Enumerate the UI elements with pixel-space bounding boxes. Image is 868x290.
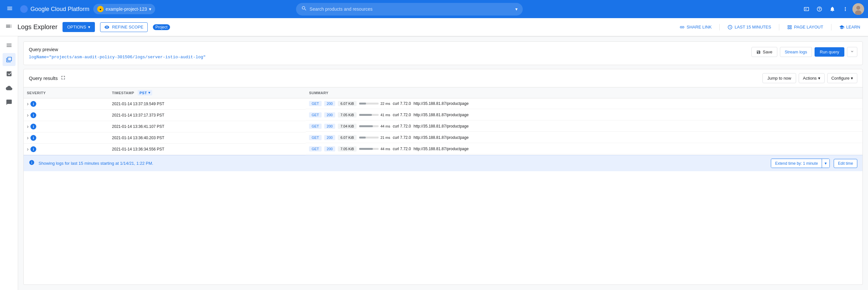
- learn-label: LEARN: [846, 25, 860, 29]
- query-code: logName="projects/asm-audit-policy-30150…: [29, 55, 206, 60]
- sidebar-item-metrics[interactable]: [3, 67, 16, 80]
- project-badge: Project: [153, 24, 170, 30]
- row-expand-icon[interactable]: ›: [27, 112, 29, 118]
- search-icon: [301, 5, 307, 13]
- options-chevron-icon: ▾: [88, 25, 90, 29]
- method-badge: GET: [309, 146, 321, 152]
- search-bar[interactable]: ▾: [296, 3, 523, 15]
- configure-dropdown-button[interactable]: Configure ▾: [827, 73, 857, 83]
- table-header-row: SEVERITY TIMESTAMP PST ▾ SUMMARY: [24, 87, 863, 98]
- sidebar-item-debug[interactable]: [3, 82, 16, 95]
- table-row: › i 2021-01-14 13:37:19.549 PST GET 200 …: [24, 98, 863, 110]
- size-badge: 7.04 KiB: [338, 124, 356, 129]
- results-expand-icon[interactable]: [60, 75, 66, 82]
- summary-header: SUMMARY: [306, 87, 863, 98]
- hamburger-menu[interactable]: [4, 3, 16, 16]
- duration-text: 41 ms: [380, 113, 390, 117]
- main-layout: Query preview logName="projects/asm-audi…: [0, 36, 868, 290]
- more-vert-icon[interactable]: [839, 3, 851, 15]
- summary-cell: GET 200 7.05 KiB 44 ms curl 7.72.0 http:…: [306, 144, 863, 154]
- query-results-title: Query results: [29, 75, 58, 81]
- options-button[interactable]: OPTIONS ▾: [63, 22, 95, 32]
- method-badge: GET: [309, 101, 321, 106]
- edit-time-button[interactable]: Edit time: [834, 159, 857, 168]
- agent-text: curl 7.72.0: [393, 124, 411, 128]
- save-button[interactable]: Save: [751, 47, 777, 57]
- table-row: › i 2021-01-14 13:37:17.373 PST GET 200 …: [24, 110, 863, 121]
- duration-fill: [359, 137, 366, 138]
- sidebar-item-logs[interactable]: [3, 39, 16, 52]
- project-dot-icon: ●: [97, 6, 104, 12]
- row-expand-icon[interactable]: ›: [27, 146, 29, 152]
- timezone-badge[interactable]: PST ▾: [138, 90, 152, 95]
- row-expand-icon[interactable]: ›: [27, 101, 29, 107]
- jump-to-now-button[interactable]: Jump to now: [763, 73, 796, 83]
- extend-time-arrow[interactable]: ▾: [822, 159, 830, 168]
- terminal-icon[interactable]: [801, 3, 812, 15]
- edit-label: Edit time: [838, 161, 853, 166]
- query-results-panel: Query results Jump to now Actions ▾: [23, 69, 863, 285]
- sidebar-item-explorer[interactable]: [3, 53, 16, 66]
- extend-time-button[interactable]: Extend time by: 1 minute ▾: [771, 159, 830, 168]
- options-label: OPTIONS: [67, 25, 86, 29]
- expand-button[interactable]: [847, 47, 857, 57]
- severity-info-icon: i: [30, 101, 36, 107]
- page-title: Logs Explorer: [18, 23, 57, 31]
- project-selector[interactable]: ● example-project-123 ▾: [93, 4, 155, 14]
- content-area: Query preview logName="projects/asm-audi…: [18, 36, 868, 290]
- actions-dropdown-button[interactable]: Actions ▾: [799, 73, 825, 83]
- share-link-label: SHARE LINK: [687, 25, 712, 29]
- refine-scope-label: REFINE SCOPE: [112, 25, 144, 29]
- severity-header: SEVERITY: [24, 87, 109, 98]
- duration-bar: 44 ms: [359, 124, 390, 128]
- learn-button[interactable]: LEARN: [837, 25, 863, 30]
- size-badge: 7.05 KiB: [338, 112, 356, 118]
- user-avatar[interactable]: [852, 3, 864, 15]
- timestamp-cell: 2021-01-14 13:37:19.549 PST: [109, 98, 306, 110]
- row-expand-icon[interactable]: ›: [27, 124, 29, 129]
- sidebar-item-notes[interactable]: [3, 96, 16, 109]
- page-layout-button[interactable]: PAGE LAYOUT: [784, 25, 826, 30]
- summary-cell: GET 200 7.04 KiB 44 ms curl 7.72.0 http:…: [306, 121, 863, 132]
- refine-scope-button[interactable]: REFINE SCOPE: [100, 22, 148, 32]
- table-row: › i 2021-01-14 13:36:34.556 PST GET 200 …: [24, 144, 863, 155]
- summary-cell: GET 200 6.07 KiB 21 ms curl 7.72.0 http:…: [306, 132, 863, 143]
- chevron-down-icon: ▾: [149, 6, 151, 12]
- duration-fill: [359, 125, 373, 127]
- row-expand-icon[interactable]: ›: [27, 135, 29, 141]
- run-query-button[interactable]: Run query: [814, 47, 844, 57]
- query-preview-panel: Query preview logName="projects/asm-audi…: [23, 41, 863, 65]
- duration-text: 21 ms: [380, 136, 390, 139]
- duration-bg: [359, 148, 379, 150]
- duration-bg: [359, 103, 379, 104]
- timestamp-cell: 2021-01-14 13:36:34.556 PST: [109, 144, 306, 155]
- save-label: Save: [763, 50, 772, 54]
- brand-logo: Google Cloud Platform: [20, 4, 89, 13]
- extend-time-main[interactable]: Extend time by: 1 minute: [771, 159, 822, 168]
- query-actions: Save Stream logs Run query: [751, 47, 857, 57]
- url-text: http://35.188.81.87/productpage: [413, 101, 469, 106]
- stream-logs-button[interactable]: Stream logs: [780, 47, 812, 57]
- size-badge: 6.07 KiB: [338, 135, 356, 140]
- notifications-icon[interactable]: [827, 3, 838, 15]
- help-icon[interactable]: [814, 3, 825, 15]
- search-input[interactable]: [310, 6, 513, 12]
- agent-text: curl 7.72.0: [393, 135, 411, 140]
- duration-fill: [359, 114, 372, 116]
- results-actions: Jump to now Actions ▾ Configure ▾: [763, 73, 857, 83]
- duration-text: 44 ms: [380, 124, 390, 128]
- last-15-label: LAST 15 MINUTES: [735, 25, 771, 29]
- size-badge: 6.07 KiB: [338, 101, 356, 106]
- actions-chevron-icon: ▾: [818, 76, 820, 80]
- duration-text: 22 ms: [380, 102, 390, 105]
- last-15-button[interactable]: LAST 15 MINUTES: [725, 25, 773, 30]
- status-bar: Showing logs for last 15 minutes startin…: [24, 155, 863, 171]
- duration-bg: [359, 137, 379, 138]
- page-layout-label: PAGE LAYOUT: [794, 25, 823, 29]
- duration-bar: 22 ms: [359, 102, 390, 105]
- configure-chevron-icon: ▾: [851, 76, 853, 80]
- sidebar-toggle-icon[interactable]: [5, 23, 12, 31]
- tz-chevron-icon: ▾: [148, 91, 151, 95]
- left-sidebar: [0, 36, 18, 290]
- share-link-button[interactable]: SHARE LINK: [677, 25, 714, 30]
